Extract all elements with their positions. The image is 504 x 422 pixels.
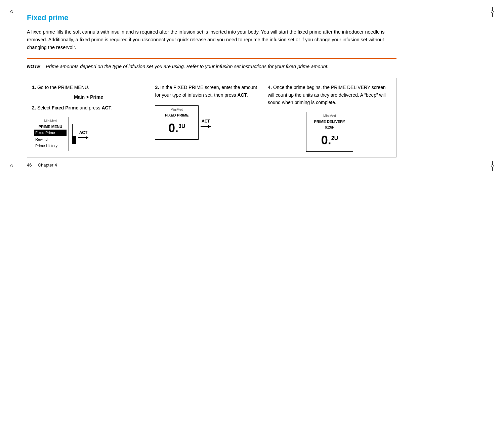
- device-title-3: FIXED PRIME: [157, 112, 196, 119]
- device-value-4: 0.2U: [308, 131, 351, 150]
- chapter-label: Chapter 4: [38, 162, 57, 168]
- device-screen-1: MiniMed PRIME MENU Fixed Prime Rewind Pr…: [32, 117, 69, 151]
- step-cell-3: 3. In the FIXED PRIME screen, enter the …: [150, 78, 263, 157]
- step-cell-1: 1. Go to the PRIME MENU. Main > Prime 2.…: [27, 78, 150, 157]
- step-cell-4: 4. Once the prime begins, the PRIME DELI…: [263, 78, 396, 157]
- device-screen-inner-1: MiniMed PRIME MENU Fixed Prime Rewind Pr…: [32, 117, 69, 151]
- steps-table: 1. Go to the PRIME MENU. Main > Prime 2.…: [27, 78, 396, 157]
- page-footer: 46 Chapter 4: [27, 162, 57, 168]
- act-arrow-1: ACT: [78, 130, 88, 138]
- device-subtitle-4: 6:26P: [308, 125, 351, 131]
- step-3-text: In the FIXED PRIME screen, enter the amo…: [155, 85, 257, 98]
- device-title-1: PRIME MENU: [34, 124, 67, 130]
- page-number: 46: [27, 162, 32, 168]
- page-container: Fixed prime A fixed prime fills the soft…: [0, 0, 504, 178]
- device-brand-1: MiniMed: [34, 119, 67, 124]
- step-2-block: 2. Select Fixed Prime and press ACT.: [32, 104, 145, 112]
- crosshair-bottom-left: [7, 161, 17, 171]
- device-screen-3: MiniMed FIXED PRIME 0.3U: [155, 105, 199, 139]
- device-wrapper-3: MiniMed FIXED PRIME 0.3U ACT: [155, 105, 258, 139]
- arrow-line-1: [78, 137, 88, 138]
- step-1-text: Go to the PRIME MENU.: [37, 85, 89, 90]
- crosshair-top-left: [7, 7, 17, 17]
- crosshair-top-right: [487, 7, 497, 17]
- note-label: NOTE: [27, 64, 40, 69]
- device-title-4: PRIME DELIVERY: [308, 119, 351, 125]
- step-2-text: Select Fixed Prime and press ACT.: [37, 105, 113, 110]
- note-box: NOTE – Prime amounts depend on the type …: [27, 58, 396, 71]
- device-menu-item-1-2: Prime History: [34, 143, 67, 149]
- step-3-number: 3.: [155, 85, 159, 90]
- note-body: Prime amounts depend on the type of infu…: [46, 64, 328, 69]
- step-1-content: 1. Go to the PRIME MENU. Main > Prime 2.…: [32, 84, 145, 151]
- device-screen-4: MiniMed PRIME DELIVERY 6:26P 0.2U: [306, 112, 353, 152]
- device-wrapper-1: MiniMed PRIME MENU Fixed Prime Rewind Pr…: [32, 117, 145, 151]
- device-menu-item-1-1: Rewind: [34, 136, 67, 143]
- step-3-content: 3. In the FIXED PRIME screen, enter the …: [155, 84, 258, 140]
- device-wrapper-4: MiniMed PRIME DELIVERY 6:26P 0.2U: [268, 112, 391, 152]
- body-text: A fixed prime fills the soft cannula wit…: [27, 28, 396, 52]
- step-4-number: 4.: [268, 85, 272, 90]
- act-label-3: ACT: [202, 118, 210, 125]
- act-label-1: ACT: [79, 130, 88, 136]
- note-text: NOTE – Prime amounts depend on the type …: [27, 63, 396, 71]
- act-arrow-3: ACT: [201, 118, 211, 127]
- device-value-3: 0.3U: [157, 119, 196, 138]
- note-dash: –: [40, 64, 46, 69]
- step-1-menu-path: Main > Prime: [32, 93, 145, 101]
- step-4-text: Once the prime begins, the PRIME DELIVER…: [268, 85, 386, 105]
- step-2-number: 2.: [32, 105, 36, 110]
- device-brand-3: MiniMed: [157, 107, 196, 112]
- device-menu-item-1-0: Fixed Prime: [34, 130, 67, 136]
- device-brand-4: MiniMed: [308, 113, 351, 119]
- crosshair-bottom-right: [487, 161, 497, 171]
- progress-bar-fill-1: [73, 136, 76, 144]
- arrow-line-3: [201, 126, 211, 127]
- progress-bar-1: [72, 124, 76, 144]
- step-1-number: 1.: [32, 85, 36, 90]
- step-4-content: 4. Once the prime begins, the PRIME DELI…: [268, 84, 391, 152]
- page-title: Fixed prime: [27, 13, 477, 22]
